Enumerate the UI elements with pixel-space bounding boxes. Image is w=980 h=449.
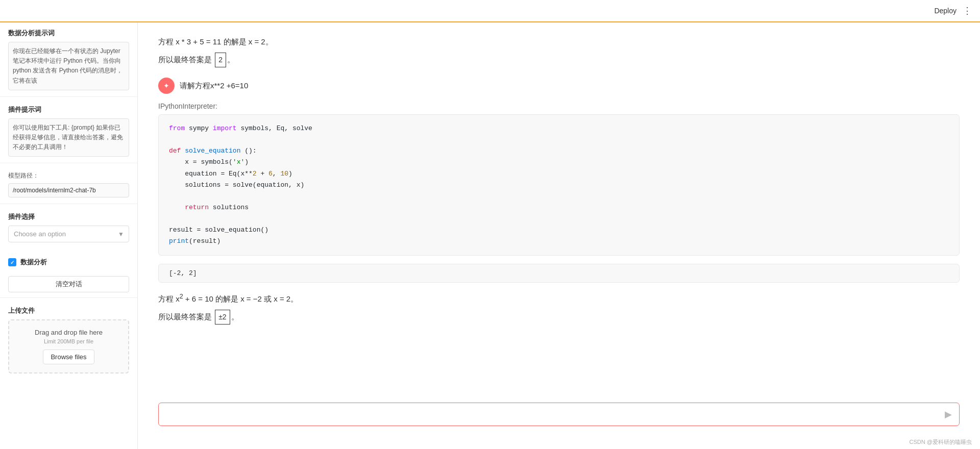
data-analysis-checkbox[interactable] — [8, 258, 16, 266]
deploy-button[interactable]: Deploy — [934, 7, 957, 15]
plugin-select-section: 插件选择 Choose an option 数学计算 代码执行 ▼ — [0, 206, 137, 246]
equation2-final-text: 所以最终答案是 ±2。 — [158, 310, 960, 325]
code-line-def: def solve_equation (): — [169, 145, 949, 157]
plugin-select-wrapper: Choose an option 数学计算 代码执行 ▼ — [8, 226, 129, 242]
user-message-text: 请解方程x**2 +6=10 — [180, 78, 248, 92]
code-line-result: result = solve_equation() — [169, 224, 949, 236]
input-area: ▶ — [138, 396, 980, 436]
code-line-print: print(result) — [169, 236, 949, 247]
divider-2 — [0, 163, 137, 163]
equation1-result-block: 方程 x * 3 + 5 = 11 的解是 x = 2。 所以最终答案是 2。 — [158, 35, 960, 67]
equation1-result-text: 方程 x * 3 + 5 = 11 的解是 x = 2。 — [158, 35, 960, 48]
code-line-x: x = symbols('x') — [169, 157, 949, 168]
top-bar: Deploy ⋮ — [0, 0, 980, 22]
main-layout: 数据分析提示词 你现在已经能够在一个有状态的 Jupyter 笔记本环境中运行 … — [0, 22, 980, 449]
code-output-block: [-2, 2] — [158, 264, 960, 283]
upload-section: 上传文件 Drag and drop file here Limit 200MB… — [0, 300, 137, 380]
data-analysis-prompt-title: 数据分析提示词 — [8, 29, 129, 38]
equation2-result-text: 方程 x2 + 6 = 10 的解是 x = −2 或 x = 2。 — [158, 291, 960, 306]
data-analysis-prompt-text: 你现在已经能够在一个有状态的 Jupyter 笔记本环境中运行 Python 代… — [8, 42, 129, 90]
checkbox-section: 数据分析 — [0, 246, 137, 276]
code-line-1: from sympy import symbols, Eq, solve — [169, 123, 949, 134]
plugin-prompt-section: 插件提示词 你可以使用如下工具: {prompt} 如果你已经获得足够信息，请直… — [0, 99, 137, 161]
browse-files-button[interactable]: Browse files — [43, 350, 94, 364]
data-analysis-checkbox-row[interactable]: 数据分析 — [8, 258, 129, 267]
code-line-blank2 — [169, 191, 949, 202]
send-icon: ▶ — [945, 409, 952, 420]
clear-conversation-button[interactable]: 清空对话 — [8, 276, 129, 292]
code-line-blank3 — [169, 213, 949, 224]
code-line-solve: solutions = solve(equation, x) — [169, 180, 949, 191]
upload-dropzone-text: Drag and drop file here — [17, 329, 120, 336]
divider-4 — [0, 297, 137, 298]
divider-3 — [0, 204, 137, 204]
code-block: from sympy import symbols, Eq, solve def… — [158, 114, 960, 256]
code-line-blank1 — [169, 134, 949, 145]
user-message-solve-eq2: ✦ 请解方程x**2 +6=10 — [158, 78, 960, 94]
model-path-input[interactable] — [8, 183, 129, 197]
upload-limit-text: Limit 200MB per file — [17, 338, 120, 344]
more-options-icon[interactable]: ⋮ — [963, 5, 972, 16]
model-path-label: 模型路径： — [8, 171, 129, 180]
code-line-eq: equation = Eq(x**2 + 6, 10) — [169, 168, 949, 180]
equation2-result-block: 方程 x2 + 6 = 10 的解是 x = −2 或 x = 2。 所以最终答… — [158, 291, 960, 325]
chat-area: 方程 x * 3 + 5 = 11 的解是 x = 2。 所以最终答案是 2。 … — [138, 22, 980, 449]
plugin-select[interactable]: Choose an option 数学计算 代码执行 — [8, 226, 129, 242]
equation1-answer-box: 2 — [215, 53, 226, 67]
chat-messages: 方程 x * 3 + 5 = 11 的解是 x = 2。 所以最终答案是 2。 … — [138, 22, 980, 396]
plugin-select-title: 插件选择 — [8, 212, 129, 221]
equation2-answer-box: ±2 — [215, 310, 230, 325]
code-line-return: return solutions — [169, 202, 949, 213]
plugin-prompt-text: 你可以使用如下工具: {prompt} 如果你已经获得足够信息，请直接给出答案，… — [8, 118, 129, 157]
model-path-section: 模型路径： — [0, 165, 137, 202]
upload-title: 上传文件 — [8, 306, 129, 315]
user-avatar-icon: ✦ — [163, 82, 169, 90]
chat-input[interactable] — [164, 403, 943, 426]
data-analysis-prompt-section: 数据分析提示词 你现在已经能够在一个有状态的 Jupyter 笔记本环境中运行 … — [0, 22, 137, 94]
divider-1 — [0, 96, 137, 97]
equation1-final-text: 所以最终答案是 2。 — [158, 53, 960, 67]
input-wrapper: ▶ — [158, 403, 960, 426]
send-button[interactable]: ▶ — [943, 407, 954, 422]
upload-dropzone[interactable]: Drag and drop file here Limit 200MB per … — [8, 319, 129, 373]
footer-watermark: CSDN @爱科研的嗑睡虫 — [138, 436, 980, 449]
data-analysis-checkbox-label: 数据分析 — [20, 258, 47, 267]
user-avatar: ✦ — [158, 78, 175, 94]
equation2-sup: 2 — [180, 293, 183, 300]
plugin-prompt-title: 插件提示词 — [8, 105, 129, 114]
sidebar: 数据分析提示词 你现在已经能够在一个有状态的 Jupyter 笔记本环境中运行 … — [0, 22, 138, 449]
tool-label: IPythonInterpreter: — [158, 102, 960, 110]
